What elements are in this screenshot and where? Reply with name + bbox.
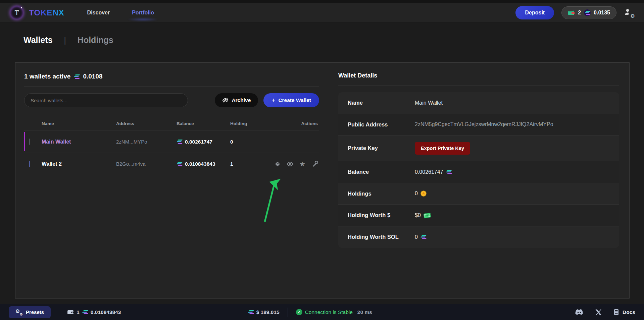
page-tabs: Wallets | Holdings xyxy=(23,35,644,45)
detail-row-holding-worth-sol: Holding Worth SOL 0 xyxy=(338,226,619,248)
detail-row-holding-worth-usd: Holding Worth $ $0 xyxy=(338,205,619,226)
plus-icon: + xyxy=(271,97,275,104)
active-sol-total: 0.0108 xyxy=(83,73,102,80)
x-twitter-icon[interactable] xyxy=(595,309,602,315)
row-actions: ★ xyxy=(274,160,319,168)
wallet-balance-badge[interactable]: 2 0.0135 xyxy=(561,6,616,19)
cash-icon xyxy=(423,212,431,218)
detail-label: Public Address xyxy=(348,120,415,129)
details-title: Wallet Details xyxy=(338,70,619,86)
detail-value-name: Main Wallet xyxy=(415,100,443,106)
latency-value: 20 ms xyxy=(357,309,372,315)
wallet-controls: Archive + Create Wallet xyxy=(24,87,319,115)
table-header: Name Address Balance Holding Actions xyxy=(24,116,319,131)
solana-icon xyxy=(177,162,182,166)
main-container: 1 wallets active 0.0108 Archive + Create… xyxy=(15,62,630,299)
wallet-icon xyxy=(568,10,575,15)
table-row-wallet-2[interactable]: Wallet 2 B2Go...m4va 0.010843843 1 xyxy=(24,153,319,175)
col-address: Address xyxy=(116,121,177,126)
detail-label: Name xyxy=(348,99,415,107)
col-holding: Holding xyxy=(230,121,274,126)
nav-links: Discover Portfolio xyxy=(87,7,155,18)
archive-label: Archive xyxy=(232,97,251,103)
row-checkbox-unchecked[interactable] xyxy=(29,139,30,145)
solana-icon xyxy=(248,310,254,314)
wallet-address: 2zNM...MYPo xyxy=(116,139,177,145)
create-wallet-button[interactable]: + Create Wallet xyxy=(263,93,319,107)
sol-price: $ 189.015 xyxy=(248,309,280,315)
docs-link[interactable]: Docs xyxy=(614,309,635,315)
send-diamond-icon[interactable] xyxy=(274,160,281,168)
detail-value-holding-worth-usd: $0 xyxy=(415,212,421,218)
discord-icon[interactable] xyxy=(575,309,583,315)
col-balance: Balance xyxy=(177,121,230,126)
wallets-summary: 1 wallets active 0.0108 xyxy=(24,70,319,87)
wallet-details-panel: Wallet Details Name Main Wallet Public A… xyxy=(328,63,629,298)
solana-icon xyxy=(82,310,88,314)
archive-button[interactable]: Archive xyxy=(215,93,258,107)
check-circle-icon: ✓ xyxy=(296,309,302,315)
navbar: T TOKENX Discover Portfolio Deposit 2 0.… xyxy=(0,3,644,22)
wallets-panel: 1 wallets active 0.0108 Archive + Create… xyxy=(15,63,328,298)
details-card: Name Main Wallet Public Address 2zNM5g9C… xyxy=(338,92,619,248)
detail-label: Holding Worth SOL xyxy=(348,233,401,242)
wallet-balance: 0.00261747 xyxy=(185,139,212,145)
key-icon[interactable] xyxy=(311,160,318,168)
detail-value-public-address: 2zNM5g9CgecTmVLGJejzswrMnw2qemRJJfQ2Airv… xyxy=(415,121,553,127)
statusbar-links: Docs xyxy=(575,309,635,315)
connection-status: ✓ Connection is Stable 20 ms xyxy=(296,309,372,315)
detail-label: Private Key xyxy=(348,144,415,153)
nav-link-discover[interactable]: Discover xyxy=(87,7,111,18)
wallet-address: B2Go...m4va xyxy=(116,161,177,167)
presets-label: Presets xyxy=(26,309,44,315)
tab-wallets[interactable]: Wallets xyxy=(23,35,53,45)
wallet-count: 2 xyxy=(578,10,581,16)
gears-icon: ⚙⚙ xyxy=(15,309,23,316)
docs-icon xyxy=(614,309,620,315)
create-wallet-label: Create Wallet xyxy=(278,97,311,103)
deposit-button[interactable]: Deposit xyxy=(515,6,554,19)
detail-value-holdings: 0 xyxy=(415,191,418,197)
solana-icon xyxy=(446,170,452,174)
tab-holdings[interactable]: Holdings xyxy=(78,35,113,45)
wallets-table: Name Address Balance Holding Actions Mai… xyxy=(24,116,319,175)
detail-label: Holding Worth $ xyxy=(348,211,415,220)
wallet-name[interactable]: Main Wallet xyxy=(42,139,116,145)
gear-icon: ⚙ xyxy=(631,14,635,19)
wallet-balance: 0.010843843 xyxy=(185,161,215,167)
tab-separator: | xyxy=(64,36,66,45)
solana-icon xyxy=(74,74,80,79)
solana-icon xyxy=(420,235,426,239)
active-wallets-text: 1 wallets active xyxy=(24,73,70,80)
detail-row-private-key: Private Key Export Private Key xyxy=(338,136,619,161)
connection-status-text: Connection is Stable xyxy=(305,309,353,315)
wallet-holding: 1 xyxy=(230,161,274,167)
docs-label: Docs xyxy=(623,309,635,315)
col-name: Name xyxy=(42,121,116,126)
export-private-key-button[interactable]: Export Private Key xyxy=(415,142,470,155)
detail-label: Holdings xyxy=(348,190,415,198)
detail-value-balance: 0.00261747 xyxy=(415,169,443,175)
active-wallet-summary: 1 0.010843843 xyxy=(67,309,121,315)
solana-icon xyxy=(177,140,182,144)
sol-price-value: $ 189.015 xyxy=(256,309,280,315)
star-icon[interactable]: ★ xyxy=(299,160,306,168)
search-wallets-input[interactable] xyxy=(24,93,188,107)
col-actions: Actions xyxy=(274,121,319,126)
table-row-main-wallet[interactable]: Main Wallet 2zNM...MYPo 0.00261747 0 xyxy=(24,131,319,153)
divider xyxy=(59,308,59,317)
window-top-strip xyxy=(0,0,644,3)
presets-button[interactable]: ⚙⚙ Presets xyxy=(9,306,51,318)
logo-letter: T xyxy=(15,9,19,16)
gold-coin-icon xyxy=(420,191,427,197)
wallet-name[interactable]: Wallet 2 xyxy=(42,161,116,167)
sol-balance: 0.0135 xyxy=(594,10,610,16)
detail-row-holdings: Holdings 0 xyxy=(338,183,619,205)
row-checkbox-checked[interactable] xyxy=(29,161,30,167)
eye-off-icon[interactable] xyxy=(286,160,294,168)
nav-link-portfolio[interactable]: Portfolio xyxy=(131,7,155,18)
sol-coin-icon xyxy=(584,9,591,16)
brand-title: TOKENX xyxy=(29,8,64,17)
divider xyxy=(288,308,288,317)
account-settings-icon[interactable]: ⚙ xyxy=(624,8,634,17)
